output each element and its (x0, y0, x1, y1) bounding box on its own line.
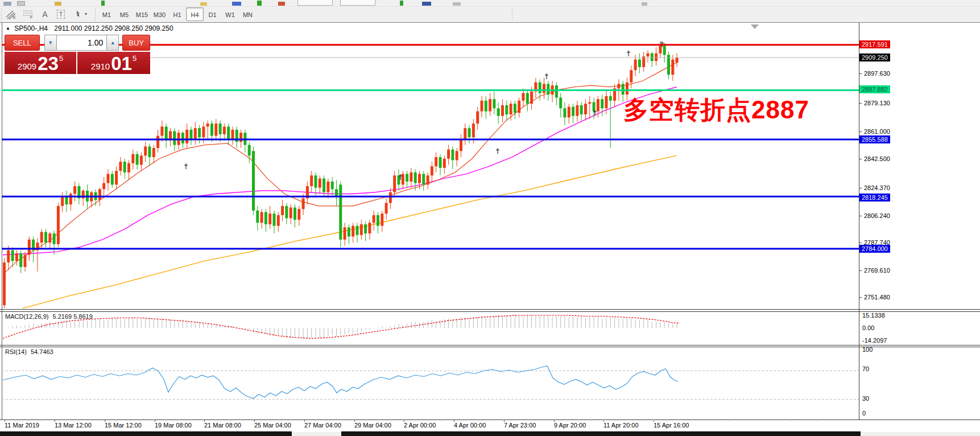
price-tick-label: 2751.480 (864, 294, 890, 301)
macd-signal-line (3, 315, 680, 339)
rsi-scale-label: 0 (862, 410, 866, 417)
time-tick-label: 9 Apr 20:00 (554, 422, 586, 429)
time-tick-label: 13 Mar 12:00 (55, 422, 92, 429)
time-minor-tick (854, 419, 854, 421)
fibonacci-icon[interactable]: F (20, 8, 35, 20)
chart-annotation-text[interactable]: 多空转折点2887 (623, 93, 809, 127)
time-minor-tick (403, 419, 404, 421)
time-minor-tick (115, 419, 116, 421)
buy-price-sup: 5 (133, 50, 137, 67)
panel-separator[interactable] (0, 309, 980, 310)
time-minor-tick (103, 419, 104, 421)
macd-values: 5.2169 5.8619 (52, 313, 92, 320)
buy-price-display[interactable]: 2910 01 5 (77, 52, 150, 74)
text-tool-icon[interactable]: A (38, 8, 52, 20)
price-tick-label: 2897.630 (864, 70, 890, 77)
chart-title: ▲ SP500-,H4 2911.000 2912.250 2908.250 2… (6, 24, 173, 32)
timeframe-button-d1[interactable]: D1 (204, 7, 221, 21)
time-tick-label: 4 Apr 00:00 (454, 422, 486, 429)
time-minor-tick (316, 419, 316, 421)
timeframe-button-h4[interactable]: H4 (186, 7, 204, 21)
time-minor-tick (816, 419, 817, 421)
time-minor-tick (90, 419, 91, 421)
macd-scale-label: -14.2097 (862, 337, 887, 344)
rsi-scale-label: 70 (862, 365, 869, 372)
volume-decrease-button[interactable]: ▼ (44, 35, 57, 51)
time-minor-tick (203, 419, 204, 421)
sell-price-prefix: 2909 (18, 61, 36, 72)
time-minor-tick (729, 419, 729, 421)
price-tick-label: 2806.240 (864, 212, 890, 219)
price-badge[interactable]: 2917.591 (859, 40, 890, 48)
timeframe-button-m5[interactable]: M5 (115, 7, 133, 21)
rsi-panel[interactable] (2, 347, 859, 419)
time-minor-tick (228, 419, 229, 421)
volume-input[interactable]: 1.00 (57, 35, 107, 51)
timeframe-button-m30[interactable]: M30 (151, 7, 168, 21)
price-badge[interactable]: 2784.000 (859, 245, 890, 253)
time-minor-tick (603, 419, 604, 421)
time-tick-label: 29 Mar 04:00 (354, 422, 391, 429)
time-axis-line (0, 419, 980, 420)
equidistant-channel-icon[interactable]: E (3, 8, 18, 20)
timeframe-button-m15[interactable]: M15 (133, 7, 151, 21)
collapse-triangle-icon[interactable]: ▲ (6, 26, 10, 31)
time-minor-tick (766, 419, 767, 421)
panel-separator[interactable] (0, 311, 980, 312)
arrows-tool-icon[interactable] (72, 8, 91, 20)
candlestick-series (3, 41, 679, 308)
price-tick-mark (859, 131, 862, 132)
time-minor-tick (328, 419, 329, 421)
macd-panel[interactable] (2, 312, 859, 345)
price-tick-label: 2879.130 (864, 100, 890, 106)
time-tick-label: 11 Mar 2019 (5, 422, 39, 429)
price-badge[interactable]: 2855.588 (859, 135, 890, 143)
panel-separator[interactable] (0, 345, 980, 345)
price-tick-label: 2824.370 (864, 184, 890, 191)
volume-increase-button[interactable]: ▲ (106, 35, 119, 51)
timeframe-button-mn[interactable]: MN (239, 7, 257, 21)
time-minor-tick (466, 419, 466, 421)
sell-price-display[interactable]: 2909 23 5 (5, 52, 76, 74)
sell-button[interactable]: SELL (5, 35, 40, 51)
time-minor-tick (216, 419, 216, 421)
price-badge[interactable]: 2887.882 (859, 85, 890, 93)
time-minor-tick (791, 419, 792, 421)
price-badge[interactable]: 2818.245 (859, 194, 890, 201)
timeframe-button-w1[interactable]: W1 (221, 7, 239, 21)
time-minor-tick (153, 419, 154, 421)
chart-toolbar: E F A T M1M5M15M30H1H4D1W1MN (0, 7, 980, 22)
time-minor-tick (591, 419, 592, 421)
time-minor-tick (516, 419, 516, 421)
time-minor-tick (65, 419, 66, 421)
time-minor-tick (754, 419, 754, 421)
time-minor-tick (691, 419, 692, 421)
time-minor-tick (478, 419, 479, 421)
svg-text:F: F (30, 15, 32, 19)
timeframe-button-h1[interactable]: H1 (168, 7, 186, 21)
time-minor-tick (566, 419, 567, 421)
time-minor-tick (528, 419, 529, 421)
svg-text:E: E (13, 15, 16, 19)
time-minor-tick (716, 419, 717, 421)
time-tick-label: 15 Apr 16:00 (654, 422, 689, 429)
buy-button[interactable]: BUY (122, 35, 150, 51)
chart-shift-marker-icon[interactable] (751, 24, 759, 29)
price-tick-mark (859, 159, 862, 159)
chart-symbol-timeframe: SP500-,H4 (14, 24, 48, 32)
price-badge[interactable]: 2909.250 (859, 54, 890, 61)
time-minor-tick (140, 419, 141, 421)
time-minor-tick (166, 419, 166, 421)
text-label-tool-icon[interactable]: T (53, 8, 68, 20)
time-minor-tick (128, 419, 129, 421)
time-minor-tick (553, 419, 554, 421)
time-minor-tick (641, 419, 642, 421)
panel-separator[interactable] (0, 347, 980, 347)
time-minor-tick (53, 419, 53, 421)
price-tick-mark (859, 73, 862, 74)
time-tick-label: 7 Apr 23:00 (504, 422, 536, 429)
time-minor-tick (191, 419, 191, 421)
rsi-scale-label: 100 (862, 346, 873, 353)
time-minor-tick (366, 419, 366, 421)
timeframe-button-m1[interactable]: M1 (98, 7, 115, 21)
